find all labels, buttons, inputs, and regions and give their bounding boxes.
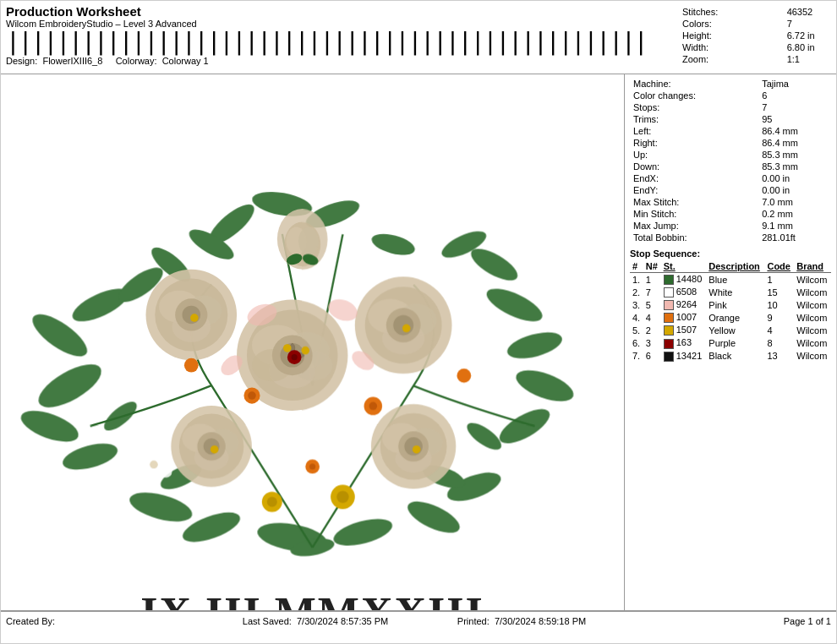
seq-code: 13 — [764, 350, 794, 363]
endx-label: EndX: — [630, 172, 758, 184]
embroidery-container — [9, 83, 615, 588]
max-stitch-row: Max Stitch: 7.0 mm — [630, 196, 831, 208]
seq-num: 1. — [630, 273, 643, 287]
min-stitch-value: 0.2 mm — [758, 208, 831, 220]
svg-point-69 — [298, 227, 319, 255]
endy-row: EndY: 0.00 in — [630, 184, 831, 196]
svg-point-78 — [184, 358, 199, 373]
col-code: Code — [764, 260, 794, 273]
svg-point-92 — [291, 354, 297, 360]
seq-num: 4. — [630, 311, 643, 324]
footer-created-by: Created By: — [6, 616, 212, 626]
footer-last-saved: Last Saved: 7/30/2024 8:57:35 PM — [212, 616, 418, 626]
seq-brand: Wilcom — [794, 336, 831, 349]
seq-n: 7 — [643, 286, 661, 298]
trims-value: 95 — [758, 113, 831, 125]
seq-desc: Blue — [706, 273, 764, 287]
colorway-value: Colorway 1 — [162, 56, 209, 66]
color-swatch — [664, 352, 674, 362]
footer: Created By: Last Saved: 7/30/2024 8:57:3… — [1, 611, 836, 630]
stats-row-height: Height: 6.72 in — [679, 30, 831, 41]
right-label: Right: — [630, 137, 758, 149]
seq-row-4: 4. 4 1007 Orange 9 Wilcom — [630, 311, 831, 324]
seq-stitch: 13421 — [661, 350, 707, 363]
design-label: Design: — [6, 56, 37, 66]
min-stitch-row: Min Stitch: 0.2 mm — [630, 208, 831, 220]
stats-row-zoom: Zoom: 1:1 — [679, 53, 831, 65]
svg-point-11 — [512, 364, 577, 407]
svg-point-1 — [17, 405, 82, 448]
left-label: Left: — [630, 125, 758, 137]
svg-point-23 — [100, 397, 141, 435]
max-stitch-value: 7.0 mm — [758, 196, 831, 208]
seq-code: 10 — [764, 298, 794, 311]
endy-value: 0.00 in — [758, 184, 831, 196]
svg-point-85 — [211, 445, 219, 454]
total-bobbin-row: Total Bobbin: 281.01ft — [630, 232, 831, 243]
color-swatch — [664, 287, 674, 297]
seq-stitch: 6508 — [661, 286, 707, 298]
seq-desc: Pink — [706, 298, 764, 311]
endx-value: 0.00 in — [758, 172, 831, 184]
stitches-label: Stitches: — [679, 6, 784, 18]
svg-point-98 — [150, 461, 158, 469]
machine-value: Tajima — [758, 78, 831, 90]
seq-code: 4 — [764, 324, 794, 336]
seq-num: 2. — [630, 286, 643, 298]
down-label: Down: — [630, 161, 758, 172]
printed-value: 7/30/2024 8:59:18 PM — [495, 616, 586, 626]
svg-point-96 — [160, 466, 172, 478]
max-jump-label: Max Jump: — [630, 220, 758, 232]
min-stitch-label: Min Stitch: — [630, 208, 758, 220]
svg-point-73 — [248, 392, 256, 401]
svg-point-2 — [60, 439, 120, 475]
svg-point-88 — [336, 491, 348, 503]
seq-n: 2 — [643, 324, 661, 336]
color-swatch — [664, 313, 674, 323]
seq-brand: Wilcom — [794, 311, 831, 324]
design-meta: Design: FlowerIXIII6_8 Colorway: Colorwa… — [6, 56, 662, 66]
seq-desc: Black — [706, 350, 764, 363]
seq-n: 1 — [643, 273, 661, 287]
up-label: Up: — [630, 149, 758, 161]
stats-row-colors: Colors: 7 — [679, 18, 831, 30]
height-label: Height: — [679, 30, 784, 41]
seq-stitch: 1007 — [661, 311, 707, 324]
svg-point-13 — [127, 487, 195, 527]
seq-n: 4 — [643, 311, 661, 324]
svg-point-83 — [190, 314, 199, 323]
seq-n: 3 — [643, 336, 661, 349]
svg-point-9 — [482, 282, 546, 328]
seq-n: 6 — [643, 350, 661, 363]
header-left: Production Worksheet Wilcom EmbroiderySt… — [6, 4, 662, 70]
left-row: Left: 86.4 mm — [630, 125, 831, 137]
svg-point-12 — [495, 402, 555, 450]
color-changes-value: 6 — [758, 90, 831, 101]
max-jump-value: 9.1 mm — [758, 220, 831, 232]
image-area: IX.III.MMXXIII — [1, 74, 625, 610]
stops-value: 7 — [758, 101, 831, 113]
seq-brand: Wilcom — [794, 273, 831, 287]
right-row: Right: 86.4 mm — [630, 137, 831, 149]
seq-header-row: # N# St. Description Code Brand — [630, 260, 831, 273]
machine-row: Machine: Tajima — [630, 78, 831, 90]
seq-row-7: 7. 6 13421 Black 13 Wilcom — [630, 350, 831, 363]
col-st: St. — [661, 260, 707, 273]
seq-brand: Wilcom — [794, 286, 831, 298]
trims-label: Trims: — [630, 113, 758, 125]
color-changes-row: Color changes: 6 — [630, 90, 831, 101]
svg-point-81 — [301, 347, 309, 355]
seq-num: 6. — [630, 336, 643, 349]
seq-code: 8 — [764, 336, 794, 349]
svg-point-24 — [463, 418, 506, 455]
svg-point-94 — [155, 450, 167, 462]
col-desc: Description — [706, 260, 764, 273]
zoom-label: Zoom: — [679, 53, 784, 65]
endx-row: EndX: 0.00 in — [630, 172, 831, 184]
width-label: Width: — [679, 41, 784, 53]
max-stitch-label: Max Stitch: — [630, 196, 758, 208]
svg-point-21 — [467, 243, 522, 287]
col-num: # — [630, 260, 643, 273]
seq-brand: Wilcom — [794, 298, 831, 311]
embroidery-svg — [9, 83, 615, 588]
